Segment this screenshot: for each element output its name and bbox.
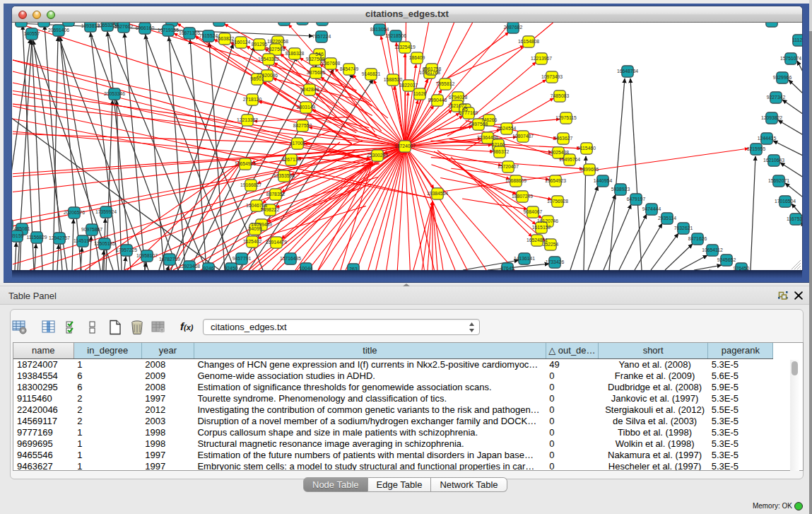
svg-text:1244415: 1244415 — [758, 136, 777, 141]
svg-text:186409: 186409 — [409, 55, 425, 60]
svg-text:3875685: 3875685 — [307, 70, 326, 75]
svg-text:12353594: 12353594 — [273, 173, 295, 178]
svg-text:16782759: 16782759 — [159, 257, 180, 262]
svg-text:9777169: 9777169 — [459, 110, 478, 115]
svg-text:2803144: 2803144 — [297, 105, 316, 110]
svg-text:1440954: 1440954 — [594, 178, 613, 183]
svg-text:8878352: 8878352 — [266, 192, 286, 197]
svg-text:9227342: 9227342 — [767, 95, 786, 100]
svg-text:1588520: 1588520 — [384, 77, 403, 82]
svg-text:9115460: 9115460 — [577, 146, 596, 151]
svg-text:485081: 485081 — [14, 226, 30, 231]
svg-text:10025438: 10025438 — [548, 150, 569, 155]
svg-text:12975115: 12975115 — [555, 115, 577, 120]
svg-text:9146821: 9146821 — [362, 71, 381, 76]
svg-text:3822037: 3822037 — [399, 83, 418, 88]
svg-text:2367608: 2367608 — [322, 61, 341, 66]
svg-text:11626: 11626 — [413, 91, 427, 96]
svg-text:8427552: 8427552 — [293, 123, 312, 128]
svg-text:7625402: 7625402 — [243, 239, 262, 244]
svg-text:17957225: 17957225 — [116, 247, 137, 252]
svg-text:5498222: 5498222 — [261, 207, 280, 212]
svg-text:1145194: 1145194 — [73, 238, 92, 243]
svg-text:20691406: 20691406 — [48, 28, 69, 33]
svg-text:2087682: 2087682 — [504, 25, 523, 30]
svg-text:1733426: 1733426 — [546, 259, 565, 264]
svg-text:6794028: 6794028 — [449, 95, 468, 100]
svg-text:10654925: 10654925 — [235, 161, 256, 166]
svg-text:15716485: 15716485 — [280, 256, 301, 261]
svg-text:1527602: 1527602 — [114, 24, 134, 29]
svg-text:6966160: 6966160 — [136, 25, 155, 30]
svg-text:19384554: 19384554 — [427, 191, 448, 196]
svg-text:2718120: 2718120 — [243, 97, 262, 102]
svg-text:8215955: 8215955 — [747, 146, 766, 151]
svg-text:9242848: 9242848 — [300, 87, 319, 92]
svg-text:10958107: 10958107 — [136, 253, 158, 258]
svg-text:9457791: 9457791 — [233, 256, 252, 261]
svg-text:5938923: 5938923 — [611, 187, 630, 192]
svg-text:12213382: 12213382 — [237, 117, 258, 122]
svg-text:2935114: 2935114 — [658, 216, 676, 221]
svg-text:12213967: 12213967 — [531, 56, 552, 61]
svg-text:18724007: 18724007 — [394, 144, 416, 148]
svg-text:10807487: 10807487 — [512, 134, 534, 139]
svg-text:25300293: 25300293 — [367, 153, 388, 158]
svg-text:19218506: 19218506 — [385, 33, 406, 38]
svg-text:20206576: 20206576 — [64, 210, 85, 215]
svg-text:7632621: 7632621 — [674, 226, 693, 230]
svg-text:891295: 891295 — [252, 42, 268, 47]
svg-text:1167533: 1167533 — [787, 216, 802, 221]
svg-text:11156829: 11156829 — [26, 235, 47, 240]
svg-text:9329966: 9329966 — [773, 75, 792, 80]
svg-text:9245652: 9245652 — [717, 257, 736, 262]
svg-text:140557: 140557 — [24, 31, 40, 36]
svg-text:21364436: 21364436 — [477, 135, 498, 140]
svg-text:19654923: 19654923 — [545, 178, 566, 183]
svg-text:15720407: 15720407 — [498, 164, 519, 169]
svg-text:10654112: 10654112 — [702, 247, 723, 252]
svg-text:7955812: 7955812 — [436, 81, 455, 86]
svg-text:7485083: 7485083 — [551, 93, 570, 98]
svg-text:20053346: 20053346 — [104, 91, 125, 96]
svg-text:16154808: 16154808 — [518, 39, 539, 44]
svg-text:1615152: 1615152 — [532, 225, 551, 230]
svg-text:16543382: 16543382 — [258, 57, 279, 62]
svg-text:16671355: 16671355 — [179, 30, 200, 35]
svg-text:18807249: 18807249 — [512, 194, 533, 199]
svg-text:6497568: 6497568 — [469, 122, 488, 127]
svg-text:39159: 39159 — [12, 233, 24, 238]
svg-text:9474444: 9474444 — [642, 206, 661, 211]
svg-text:15751074: 15751074 — [780, 56, 801, 61]
svg-text:54099: 54099 — [249, 226, 262, 231]
svg-text:12923468: 12923468 — [179, 264, 200, 269]
svg-text:98901: 98901 — [251, 76, 264, 81]
svg-text:15692071: 15692071 — [768, 178, 789, 183]
svg-text:16914479: 16914479 — [266, 240, 287, 245]
svg-text:8813054: 8813054 — [370, 27, 389, 32]
svg-text:7986372: 7986372 — [490, 149, 510, 154]
svg-text:19166827: 19166827 — [240, 182, 261, 187]
svg-text:10973493: 10973493 — [541, 74, 563, 79]
svg-text:15495764: 15495764 — [559, 157, 580, 162]
svg-text:12942757: 12942757 — [49, 235, 70, 240]
svg-text:8186328: 8186328 — [286, 51, 305, 56]
svg-text:8471626: 8471626 — [688, 236, 707, 241]
svg-text:10719155: 10719155 — [158, 28, 179, 33]
svg-text:9084067: 9084067 — [524, 209, 543, 214]
svg-text:9327508: 9327508 — [266, 47, 286, 52]
svg-text:9899695: 9899695 — [580, 167, 599, 172]
svg-text:8267130: 8267130 — [282, 157, 301, 162]
svg-text:16120746: 16120746 — [537, 218, 558, 223]
svg-text:11325419: 11325419 — [394, 45, 416, 49]
svg-text:8454749: 8454749 — [340, 66, 359, 71]
svg-text:10756928: 10756928 — [547, 199, 568, 204]
svg-text:8160124: 8160124 — [232, 40, 251, 45]
svg-text:62160: 62160 — [492, 142, 505, 147]
svg-text:6961758: 6961758 — [423, 66, 442, 71]
svg-text:10688609: 10688609 — [505, 178, 526, 183]
svg-text:3624554: 3624554 — [498, 126, 517, 131]
svg-text:90975867: 90975867 — [81, 227, 102, 232]
svg-text:546: 546 — [315, 52, 324, 57]
svg-text:17016504: 17016504 — [775, 199, 796, 204]
